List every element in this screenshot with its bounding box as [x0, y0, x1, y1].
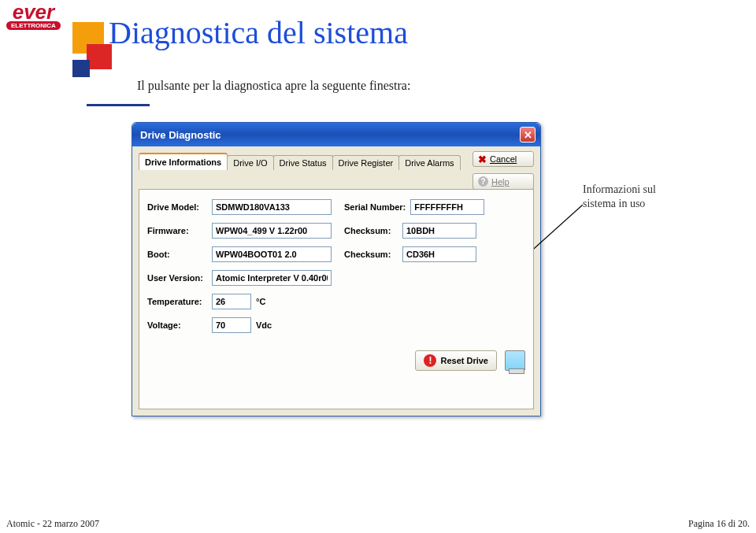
tab-drive-informations[interactable]: Drive Informations: [139, 153, 228, 170]
firmware-field[interactable]: [212, 223, 332, 239]
temperature-unit: °C: [256, 297, 265, 306]
drive-model-field[interactable]: [212, 199, 332, 215]
computer-icon: [505, 350, 525, 371]
drive-model-label: Drive Model:: [147, 202, 207, 212]
user-version-label: User Version:: [147, 273, 207, 283]
temperature-label: Temperature:: [147, 297, 207, 306]
reset-drive-button[interactable]: ! Reset Drive: [415, 350, 497, 371]
cancel-x-icon: ✖: [478, 155, 487, 164]
checksum1-label: Checksum:: [344, 226, 398, 235]
brand-logo: ever ELETTRONICA: [6, 3, 61, 30]
tab-drive-io[interactable]: Drive I/O: [227, 155, 273, 170]
serial-number-label: Serial Number:: [344, 202, 406, 212]
brand-text: ever: [13, 3, 55, 20]
help-button[interactable]: ? Help: [472, 173, 534, 190]
tab-drive-alarms[interactable]: Drive Alarms: [398, 155, 460, 170]
user-version-field[interactable]: [212, 270, 332, 286]
boot-field[interactable]: [212, 246, 332, 262]
checksum1-field[interactable]: [402, 223, 476, 239]
voltage-field[interactable]: [212, 317, 251, 333]
temperature-field[interactable]: [212, 294, 251, 309]
tab-drive-status[interactable]: Drive Status: [273, 155, 333, 170]
firmware-label: Firmware:: [147, 226, 207, 235]
warning-icon: !: [424, 354, 436, 367]
tab-drive-register[interactable]: Drive Register: [332, 155, 400, 170]
drive-diagnostic-dialog: Drive Diagnostic ✕ Drive Informations Dr…: [132, 122, 541, 416]
tab-strip: Drive Informations Drive I/O Drive Statu…: [139, 153, 466, 170]
footer-right: Pagina 16 di 20.: [688, 518, 750, 530]
serial-number-field[interactable]: [410, 199, 484, 215]
help-question-icon: ?: [478, 176, 488, 187]
page-title: Diagnostica del sistema: [109, 14, 408, 51]
checksum2-label: Checksum:: [344, 250, 398, 259]
dialog-titlebar[interactable]: Drive Diagnostic ✕: [132, 123, 540, 146]
tab-content-drive-informations: Drive Model: Serial Number: Firmware: Ch…: [139, 189, 534, 409]
help-button-label: Help: [491, 177, 510, 187]
voltage-label: Voltage:: [147, 320, 207, 330]
dialog-title: Drive Diagnostic: [140, 129, 221, 141]
close-icon[interactable]: ✕: [520, 127, 536, 143]
cancel-button-label: Cancel: [490, 154, 517, 164]
reset-drive-label: Reset Drive: [440, 356, 488, 365]
voltage-unit: Vdc: [256, 320, 272, 330]
page-footer: Atomic - 22 marzo 2007 Pagina 16 di 20.: [6, 518, 750, 530]
boot-label: Boot:: [147, 250, 207, 259]
brand-tagline: ELETTRONICA: [6, 21, 61, 30]
footer-left: Atomic - 22 marzo 2007: [6, 518, 99, 530]
callout-text: Informazioni sulsistema in uso: [583, 183, 656, 210]
cancel-button[interactable]: ✖ Cancel: [472, 151, 534, 167]
page-subtitle: Il pulsante per la diagnostica apre la s…: [137, 79, 410, 93]
checksum2-field[interactable]: [402, 246, 476, 262]
